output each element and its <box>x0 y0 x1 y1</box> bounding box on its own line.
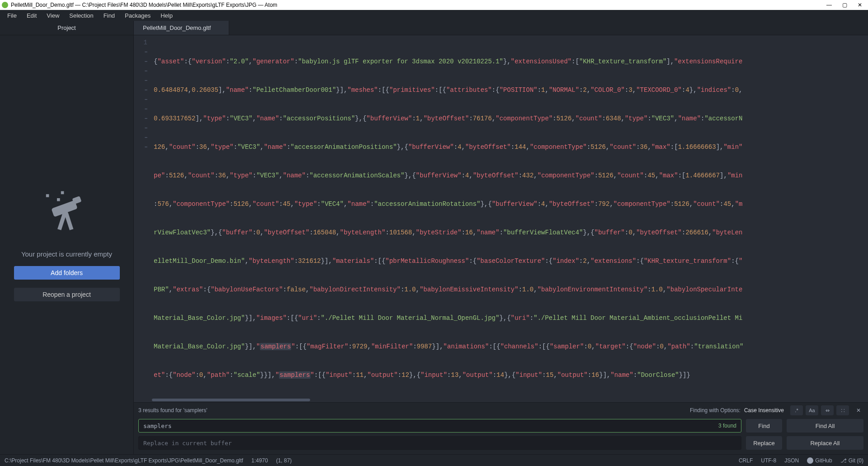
minimize-button[interactable]: — <box>826 2 833 8</box>
code-line: :576,"componentType":5126,"count":45,"ty… <box>154 200 868 209</box>
text-editor[interactable]: 1 ⋯ ⋯ ⋯ ⋯ ⋯ ⋯ ⋯ ⋯ ⋯ ⋯ ⋯ {"asset":{"versi… <box>134 35 868 398</box>
regex-toggle[interactable]: .* <box>790 405 803 415</box>
svg-rect-2 <box>57 198 60 201</box>
replace-button[interactable]: Replace <box>746 436 782 450</box>
window-titlebar: PelletMill_Door_Demo.gltf — C:\Project F… <box>0 0 868 10</box>
status-git[interactable]: ⎇ Git (0) <box>840 457 863 464</box>
file-tab[interactable]: PelletMill_Door_Demo.gltf <box>134 21 229 35</box>
add-folders-button[interactable]: Add folders <box>14 266 120 280</box>
fold-indicator[interactable]: ⋯ <box>134 48 149 57</box>
replace-all-button[interactable]: Replace All <box>787 436 863 450</box>
code-line: PBR","extras":{"babylonUseFactors":false… <box>154 285 868 295</box>
code-line: Material_Base_Color.jpg"}],"images":[{"u… <box>154 314 868 323</box>
project-sidebar: Project Your project is currently empty … <box>0 21 134 454</box>
find-options-label: Finding with Options: <box>690 407 741 414</box>
status-path[interactable]: C:\Project Files\FM 480\3D Models\Pellet… <box>5 457 243 464</box>
menu-bar: File Edit View Selection Find Packages H… <box>0 10 868 21</box>
scrollbar-thumb[interactable] <box>152 399 310 401</box>
code-line: 0.693317652],"type":"VEC3","name":"acces… <box>154 114 868 124</box>
find-input[interactable]: samplers 3 found <box>138 419 741 433</box>
status-grammar[interactable]: JSON <box>784 457 799 464</box>
search-match: samplers <box>279 371 310 379</box>
status-encoding[interactable]: UTF-8 <box>761 457 776 464</box>
code-line: 0.6484874,0.26035],"name":"PelletChamber… <box>154 86 868 95</box>
status-selection: (1, 87) <box>276 457 292 464</box>
find-button[interactable]: Find <box>746 419 782 433</box>
find-results-text: 3 results found for 'samplers' <box>138 407 690 414</box>
whole-word-toggle[interactable]: ⸬ <box>836 405 849 415</box>
code-line: elletMill_Door_Demo.bin","byteLength":32… <box>154 257 868 266</box>
status-bar: C:\Project Files\FM 480\3D Models\Pellet… <box>0 454 868 466</box>
menu-find[interactable]: Find <box>99 11 119 20</box>
find-panel: 3 results found for 'samplers' Finding w… <box>134 402 868 454</box>
editor-pane: PelletMill_Door_Demo.gltf 1 ⋯ ⋯ ⋯ ⋯ ⋯ ⋯ … <box>134 21 868 454</box>
menu-help[interactable]: Help <box>156 11 177 20</box>
tab-bar: PelletMill_Door_Demo.gltf <box>134 21 868 35</box>
file-tab-label: PelletMill_Door_Demo.gltf <box>143 24 211 31</box>
line-number: 1 <box>134 38 149 48</box>
maximize-button[interactable]: ▢ <box>841 2 848 8</box>
git-branch-icon: ⎇ <box>840 457 847 464</box>
app-icon <box>2 2 8 8</box>
menu-file[interactable]: File <box>3 11 21 20</box>
svg-rect-7 <box>63 211 68 216</box>
replace-placeholder: Replace in current buffer <box>143 440 232 447</box>
menu-selection[interactable]: Selection <box>65 11 98 20</box>
case-toggle[interactable]: Aa <box>806 405 818 415</box>
search-match: samplers <box>260 343 291 350</box>
menu-edit[interactable]: Edit <box>22 11 41 20</box>
status-cursor-position[interactable]: 1:4970 <box>251 457 268 464</box>
github-icon <box>807 457 813 464</box>
project-empty-text: Your project is currently empty <box>21 250 112 258</box>
gutter: 1 ⋯ ⋯ ⋯ ⋯ ⋯ ⋯ ⋯ ⋯ ⋯ ⋯ ⋯ <box>134 35 152 398</box>
window-title: PelletMill_Door_Demo.gltf — C:\Project F… <box>11 2 826 8</box>
code-line: pe":5126,"count":36,"type":"VEC3","name"… <box>154 171 868 181</box>
code-line: {"asset":{"version":"2.0","generator":"b… <box>154 57 868 67</box>
find-input-value: samplers <box>143 423 172 429</box>
reopen-project-button[interactable]: Reopen a project <box>14 288 120 301</box>
svg-rect-1 <box>61 191 64 195</box>
find-count: 3 found <box>718 423 736 429</box>
code-line: et":{"node":0,"path":"scale"}}],"sampler… <box>154 371 868 380</box>
code-content[interactable]: {"asset":{"version":"2.0","generator":"b… <box>152 35 868 398</box>
project-tab[interactable]: Project <box>0 21 133 35</box>
find-options-value: Case Insensitive <box>744 407 784 414</box>
status-github[interactable]: GitHub <box>807 457 832 464</box>
menu-packages[interactable]: Packages <box>120 11 155 20</box>
menu-view[interactable]: View <box>42 11 64 20</box>
horizontal-scrollbar[interactable] <box>134 398 868 402</box>
svg-rect-0 <box>46 194 49 197</box>
code-line: rViewFloatVec3"},{"buffer":0,"byteOffset… <box>154 228 868 238</box>
telescope-icon <box>42 188 92 239</box>
close-button[interactable]: ✕ <box>856 2 863 8</box>
status-eol[interactable]: CRLF <box>739 457 753 464</box>
replace-input[interactable]: Replace in current buffer <box>138 436 741 450</box>
selection-toggle[interactable]: ⇔ <box>821 405 834 415</box>
find-all-button[interactable]: Find All <box>787 419 863 433</box>
close-find-panel[interactable]: ✕ <box>854 407 863 414</box>
code-line: 126,"count":36,"type":"VEC3","name":"acc… <box>154 143 868 152</box>
code-line: Material_Base_Color.jpg"}],"samplers":[{… <box>154 342 868 352</box>
